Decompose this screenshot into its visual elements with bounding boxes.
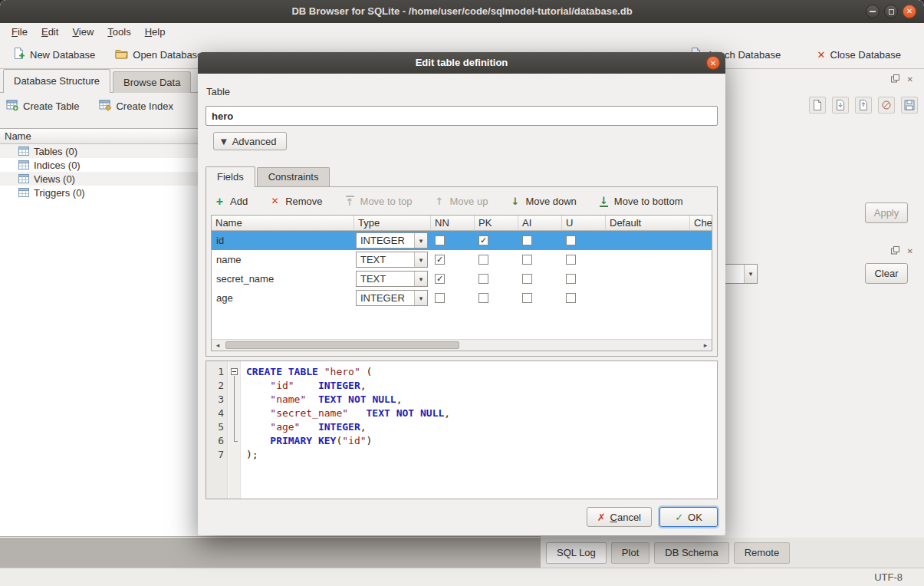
line-number: 2 [206, 379, 229, 393]
tree-item-label: Triggers (0) [34, 187, 85, 199]
column-header-check[interactable]: Check [690, 216, 712, 231]
tab-database-structure[interactable]: Database Structure [3, 69, 110, 93]
column-header-type[interactable]: Type [354, 216, 431, 231]
line-number: 1 [206, 365, 229, 379]
menu-tools[interactable]: Tools [100, 23, 137, 41]
add-button[interactable]: +Add [214, 196, 248, 207]
create-table-button[interactable]: Create Table [6, 99, 79, 114]
advanced-toggle-button[interactable]: ▼ Advanced [213, 132, 287, 150]
type-select-secret-name[interactable]: TEXT▾ [356, 271, 428, 287]
window-titlebar[interactable]: DB Browser for SQLite - /home/user/code/… [0, 0, 924, 23]
scrollbar-track[interactable] [224, 340, 699, 351]
ok-button[interactable]: ✓ OK [659, 507, 718, 527]
edit-table-dialog: Edit table definition ✕ Table hero ▼ Adv… [198, 52, 725, 535]
u-checkbox-secret-name[interactable] [566, 274, 576, 284]
clear-label: Clear [874, 268, 898, 279]
menu-view[interactable]: View [65, 23, 100, 41]
column-header-u[interactable]: U [562, 216, 606, 231]
column-header-ai[interactable]: AI [518, 216, 562, 231]
u-checkbox-age[interactable] [566, 293, 576, 303]
tab-plot[interactable]: Plot [611, 542, 649, 564]
nn-checkbox-name[interactable]: ✓ [435, 255, 445, 265]
dialog-titlebar[interactable]: Edit table definition ✕ [198, 52, 725, 74]
create-index-button[interactable]: Create Index [99, 99, 173, 114]
sql-line: 1CREATE TABLE "hero" ( [206, 365, 717, 379]
save-icon[interactable] [901, 97, 918, 114]
u-checkbox-name[interactable] [566, 255, 576, 265]
move-top-label: Move to top [360, 196, 413, 207]
pk-checkbox-name[interactable] [478, 255, 488, 265]
menu-help[interactable]: Help [138, 23, 173, 41]
u-checkbox-id[interactable] [566, 235, 576, 245]
column-header-pk[interactable]: PK [475, 216, 518, 231]
float-dock-icon[interactable] [891, 74, 899, 85]
scroll-right-icon[interactable]: ▸ [699, 341, 712, 349]
create-index-label: Create Index [116, 100, 173, 112]
apply-label: Apply [874, 207, 899, 219]
remove-button[interactable]: ✕Remove [269, 196, 322, 207]
line-number: 7 [206, 448, 229, 462]
fold-toggle-icon[interactable] [231, 368, 238, 375]
pk-checkbox-age[interactable] [478, 293, 488, 303]
maximize-button[interactable] [884, 5, 898, 18]
dialog-tab-fields[interactable]: Fields [206, 166, 255, 187]
move-bottom-button[interactable]: ↓Move to bottom [598, 196, 683, 207]
import-icon[interactable] [832, 97, 849, 114]
sql-text: "secret_name" TEXT NOT NULL, [242, 407, 450, 420]
scrollbar-thumb[interactable] [225, 341, 459, 349]
column-header-nn[interactable]: NN [431, 216, 475, 231]
dialog-tab-constraints[interactable]: Constraints [257, 167, 330, 186]
field-row-age[interactable]: ageINTEGER▾ [212, 288, 712, 308]
pk-checkbox-id[interactable]: ✓ [478, 235, 488, 245]
new-database-button[interactable]: New Database [8, 44, 100, 65]
ai-checkbox-secret-name[interactable] [522, 274, 532, 284]
clear-button[interactable]: Clear [865, 263, 908, 284]
nn-checkbox-age[interactable] [435, 293, 445, 303]
scroll-left-icon[interactable]: ◂ [212, 341, 224, 349]
float-dock-icon[interactable] [891, 245, 899, 257]
type-select-age[interactable]: INTEGER▾ [356, 290, 428, 306]
close-database-button[interactable]: ✕ Close Database [813, 46, 906, 64]
export-icon[interactable] [855, 97, 872, 114]
field-row-name[interactable]: nameTEXT▾✓ [212, 250, 712, 269]
fold-column [229, 448, 242, 462]
nn-checkbox-id[interactable] [435, 235, 445, 245]
set-null-icon[interactable] [878, 97, 895, 114]
type-select-id[interactable]: INTEGER▾ [356, 232, 428, 249]
ai-checkbox-id[interactable] [522, 235, 532, 245]
fields-tab-panel: +Add✕Remove↑Move to top↑Move up↓Move dow… [206, 186, 718, 357]
tab-sql-log[interactable]: SQL Log [546, 542, 607, 564]
minimize-button[interactable] [866, 5, 880, 18]
column-header-default[interactable]: Default [606, 216, 690, 231]
tab-db-schema[interactable]: DB Schema [654, 542, 728, 564]
menu-file[interactable]: File [5, 23, 35, 41]
create-table-label: Create Table [23, 100, 79, 112]
field-row-id[interactable]: idINTEGER▾✓ [212, 231, 712, 250]
type-select-name[interactable]: TEXT▾ [356, 252, 428, 268]
cancel-button[interactable]: ✗ Cancel [587, 507, 652, 527]
pk-checkbox-secret-name[interactable] [478, 274, 488, 284]
open-folder-icon [115, 47, 128, 62]
sql-code[interactable]: 1CREATE TABLE "hero" (2 "id" INTEGER,3 "… [206, 365, 717, 462]
column-header-name[interactable]: Name [212, 216, 354, 231]
tab-remote[interactable]: Remote [734, 542, 791, 564]
window-close-button[interactable]: ✕ [903, 5, 916, 18]
nn-checkbox-secret-name[interactable]: ✓ [435, 274, 445, 284]
u-cell [562, 231, 606, 250]
fold-column [229, 393, 242, 407]
dropdown-arrow-icon: ▾ [414, 252, 427, 267]
close-dock-icon[interactable]: ✕ [907, 75, 913, 84]
type-value: INTEGER [357, 292, 414, 304]
menu-edit[interactable]: Edit [35, 23, 65, 41]
cancel-icon: ✗ [597, 512, 606, 523]
field-row-secret-name[interactable]: secret_nameTEXT▾✓ [212, 269, 712, 288]
dialog-close-button[interactable]: ✕ [706, 56, 720, 70]
fields-horizontal-scrollbar[interactable]: ◂ ▸ [212, 339, 712, 351]
tab-browse-data[interactable]: Browse Data [113, 71, 191, 93]
ai-checkbox-name[interactable] [522, 255, 532, 265]
ai-checkbox-age[interactable] [522, 293, 532, 303]
move-down-button[interactable]: ↓Move down [509, 196, 576, 207]
close-dock-icon[interactable]: ✕ [907, 247, 913, 255]
table-name-input[interactable]: hero [206, 106, 718, 126]
edit-mode-icon[interactable] [809, 97, 826, 114]
